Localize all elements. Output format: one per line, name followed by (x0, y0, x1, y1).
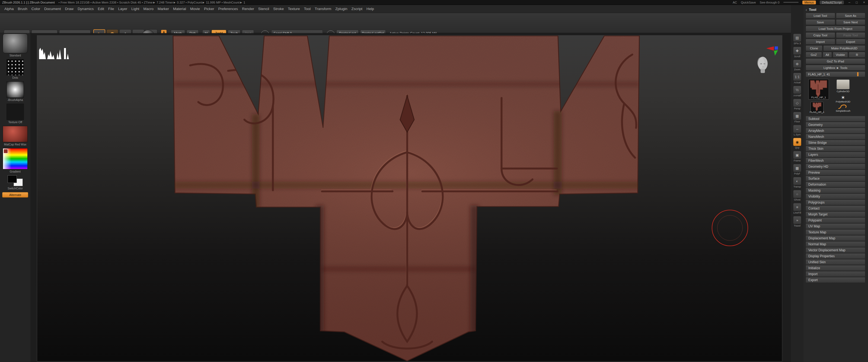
menu-item[interactable]: Alpha (4, 7, 14, 11)
menu-item[interactable]: Color (31, 7, 40, 11)
lightbox-tools-button[interactable]: Lightbox ► Tools (806, 65, 865, 70)
tool-subpalette[interactable]: NanoMesh (806, 134, 865, 140)
current-tool-bar[interactable]: FLAG_HP_1. 41 (806, 71, 865, 77)
polymesh3d-star-icon[interactable]: ✶ (837, 94, 849, 101)
tool-subpalette[interactable]: Slime Bridge (806, 140, 865, 146)
tool-subpalette[interactable]: Geometry (806, 122, 865, 127)
tool-subpalette[interactable]: FiberMesh (806, 158, 865, 163)
goz-all-button[interactable]: All (823, 52, 832, 58)
tool-subpalette[interactable]: Morph Target (806, 211, 865, 217)
right-shelf-button[interactable]: ≡ LineFill (793, 203, 801, 214)
tool-subpalette[interactable]: Polypaint (806, 217, 865, 223)
right-shelf-button[interactable]: ▣ Frame (793, 151, 801, 162)
tool-subpalette[interactable]: Initialize (806, 265, 865, 271)
menu-item[interactable]: Dynamics (78, 7, 94, 11)
import-button[interactable]: Import (806, 39, 835, 44)
switch-color-widget[interactable] (6, 175, 24, 186)
right-shelf-button[interactable]: ◇ Persp (793, 99, 801, 110)
menu-item[interactable]: Preferences (218, 7, 238, 11)
collapse-icon[interactable]: ‹ (806, 7, 807, 12)
default-zscript-button[interactable]: DefaultZScript (820, 1, 844, 4)
menu-item[interactable]: Layer (118, 7, 127, 11)
tool-subpalette[interactable]: Display Properties (806, 253, 865, 259)
tool-subpalette[interactable]: Thick Skin (806, 146, 865, 151)
right-shelf-button[interactable]: ✚ Scroll (793, 47, 801, 58)
primary-color-swatch[interactable] (8, 175, 17, 183)
menu-item[interactable]: Brush (18, 7, 27, 11)
tool-subpalette[interactable]: Visibility (806, 193, 865, 199)
minimize-icon[interactable]: – (848, 1, 851, 4)
tool-subpalette[interactable]: Masking (806, 187, 865, 193)
tool-subpalette[interactable]: Polygroups (806, 200, 865, 205)
tool-subpalette[interactable]: Export (806, 277, 865, 283)
load-tool-button[interactable]: Load Tool (806, 13, 835, 19)
goz-button[interactable]: GoZ (806, 52, 822, 58)
tool-subpalette[interactable]: ArrayMesh (806, 128, 865, 133)
save-next-button[interactable]: Save Next (836, 19, 866, 25)
right-shelf-button[interactable]: ▩ PolyF (793, 164, 801, 175)
alpha-thumbnail[interactable] (6, 82, 24, 98)
goz-r-button[interactable]: R (849, 52, 865, 58)
right-shelf-button[interactable]: ⇔ L.Sym (793, 125, 801, 136)
menu-item[interactable]: Movie (190, 7, 200, 11)
camera-head-preview[interactable] (756, 56, 770, 75)
menu-item[interactable]: Zscript (351, 7, 363, 11)
menu-item[interactable]: Help (367, 7, 374, 11)
menu-item[interactable]: Picker (204, 7, 214, 11)
close-icon[interactable]: × (862, 1, 866, 4)
tool-subpalette[interactable]: Geometry HD (806, 163, 865, 169)
tool-subpalette[interactable]: Subtool (806, 116, 865, 122)
right-shelf-button[interactable]: ▦ Floor (793, 112, 801, 123)
right-shelf-button[interactable]: » Travel (793, 216, 801, 227)
see-through-track[interactable] (783, 2, 799, 3)
right-shelf-button[interactable]: 1:1 Actual (793, 73, 801, 84)
goz-to-ipad-button[interactable]: GoZ To iPad (806, 58, 865, 64)
tool-subpalette[interactable]: Displacement Map (806, 235, 865, 241)
right-shelf-button[interactable]: ◐ Transp (793, 177, 801, 188)
color-picker[interactable] (3, 148, 28, 169)
maximize-icon[interactable]: □ (855, 1, 859, 4)
make-polymesh3d-button[interactable]: Make PolyMesh3D (823, 45, 865, 51)
tool-subpalette[interactable]: Preview (806, 170, 865, 175)
menu-item[interactable]: Draw (65, 7, 74, 11)
right-shelf-button[interactable]: ◉ Quy (793, 138, 801, 149)
brush-thumbnail[interactable] (3, 34, 28, 53)
tool-subpalette[interactable]: UV Map (806, 223, 865, 229)
tool-subpalette[interactable]: Unified Skin (806, 259, 865, 265)
copy-tool-button[interactable]: Copy Tool (806, 32, 835, 38)
menu-item[interactable]: Stencil (258, 7, 269, 11)
menu-item[interactable]: Light (131, 7, 139, 11)
save-as-button[interactable]: Save As (836, 13, 866, 19)
menu-item[interactable]: Marker (158, 7, 169, 11)
menu-item[interactable]: Zplugin (335, 7, 347, 11)
right-shelf-button[interactable]: ○ Ghost (793, 190, 801, 201)
tool-subpalette[interactable]: Normal Map (806, 241, 865, 247)
tool-subpalette[interactable]: Contact (806, 205, 865, 211)
goz-visible-button[interactable]: Visible (833, 52, 848, 58)
material-thumbnail[interactable] (3, 126, 28, 142)
tool-subpalette[interactable]: Surface (806, 176, 865, 181)
menus-button[interactable]: Menus (802, 1, 816, 4)
paste-tool-button[interactable]: Paste Tool (836, 32, 866, 38)
menu-item[interactable]: File (108, 7, 114, 11)
stroke-thumbnail[interactable] (6, 59, 24, 76)
menu-item[interactable]: Render (242, 7, 254, 11)
menu-item[interactable]: Material (173, 7, 186, 11)
simplebrush-icon[interactable] (837, 104, 849, 109)
flag-model[interactable] (37, 35, 782, 361)
menu-item[interactable]: Transform (315, 7, 331, 11)
tool-subpalette[interactable]: Deformation (806, 182, 865, 187)
alternate-button[interactable]: Alternate (2, 192, 28, 198)
export-button[interactable]: Export (836, 39, 866, 44)
tool-thumbnail-cylinder3d[interactable] (837, 80, 849, 89)
right-shelf-button[interactable]: ⊕ Zoom (793, 60, 801, 71)
texture-thumbnail[interactable] (6, 104, 24, 120)
see-through-slider[interactable]: See-through 0 (760, 1, 780, 4)
menu-item[interactable]: Edit (98, 7, 104, 11)
right-shelf-button[interactable]: ½ AAHalf (793, 86, 801, 97)
menu-item[interactable]: Stroke (273, 7, 284, 11)
load-tools-from-project-button[interactable]: Load Tools From Project (806, 26, 865, 31)
menu-item[interactable]: Texture (288, 7, 300, 11)
right-shelf-button[interactable]: ▤ SPix 3 (793, 34, 801, 45)
tool-subpalette[interactable]: Import (806, 271, 865, 277)
